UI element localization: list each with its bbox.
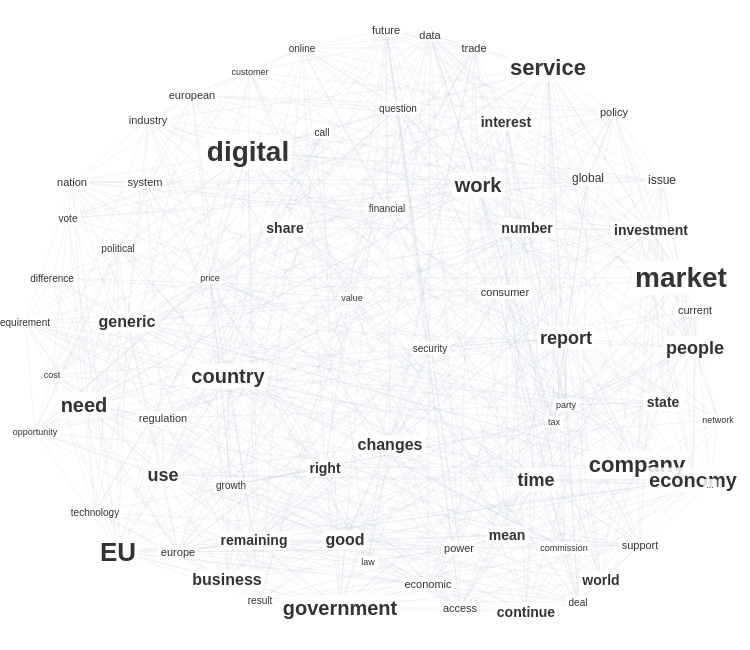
- node-policy[interactable]: policy: [597, 105, 631, 119]
- node-economic[interactable]: economic: [401, 577, 454, 591]
- node-time[interactable]: time: [514, 469, 557, 492]
- node-...[interactable]: ...: [703, 479, 717, 491]
- node-online[interactable]: online: [286, 42, 319, 55]
- node-question[interactable]: question: [376, 102, 420, 115]
- node-continue[interactable]: continue: [494, 603, 558, 621]
- node-europe[interactable]: europe: [158, 545, 198, 559]
- node-government[interactable]: government: [280, 596, 400, 621]
- node-european[interactable]: european: [166, 88, 219, 102]
- node-use[interactable]: use: [144, 464, 181, 487]
- node-right[interactable]: right: [306, 459, 343, 477]
- node-work[interactable]: work: [452, 173, 505, 198]
- node-customer[interactable]: customer: [228, 66, 271, 78]
- node-price[interactable]: price: [197, 272, 223, 284]
- node-tax[interactable]: tax: [545, 416, 563, 428]
- node-deal[interactable]: deal: [566, 596, 591, 609]
- node-state[interactable]: state: [644, 393, 683, 411]
- node-changes[interactable]: changes: [355, 435, 426, 455]
- node-regulation[interactable]: regulation: [136, 411, 190, 425]
- network-graph: digitalmarketEUcompanyeconomyservicegove…: [0, 0, 750, 650]
- node-global[interactable]: global: [569, 170, 607, 186]
- node-good[interactable]: good: [322, 530, 367, 550]
- node-business[interactable]: business: [189, 570, 264, 590]
- node-share[interactable]: share: [263, 219, 306, 237]
- node-industry[interactable]: industry: [126, 113, 171, 127]
- node-generic[interactable]: generic: [96, 312, 159, 332]
- node-result[interactable]: result: [245, 594, 275, 607]
- node-consumer[interactable]: consumer: [478, 285, 532, 299]
- node-digital[interactable]: digital: [204, 135, 292, 169]
- node-network[interactable]: network: [699, 414, 737, 426]
- node-EU[interactable]: EU: [97, 536, 139, 569]
- node-commission[interactable]: commission: [537, 542, 591, 554]
- node-equirement[interactable]: equirement: [0, 316, 53, 329]
- node-interest[interactable]: interest: [478, 113, 535, 131]
- node-financial[interactable]: financial: [366, 202, 409, 215]
- node-people[interactable]: people: [663, 337, 727, 360]
- node-investment[interactable]: investment: [611, 221, 691, 239]
- node-support[interactable]: support: [619, 538, 662, 552]
- node-party[interactable]: party: [553, 399, 579, 411]
- node-country[interactable]: country: [188, 364, 267, 389]
- node-technology[interactable]: technology: [68, 506, 122, 519]
- node-vote[interactable]: vote: [56, 212, 81, 225]
- node-difference[interactable]: difference: [27, 272, 77, 285]
- node-system[interactable]: system: [125, 175, 166, 189]
- node-world[interactable]: world: [579, 571, 622, 589]
- node-report[interactable]: report: [537, 327, 595, 350]
- node-law[interactable]: law: [358, 556, 378, 568]
- node-value[interactable]: value: [338, 292, 366, 304]
- node-future[interactable]: future: [369, 23, 403, 37]
- node-service[interactable]: service: [507, 54, 589, 82]
- node-access[interactable]: access: [440, 601, 480, 615]
- node-power[interactable]: power: [441, 541, 477, 555]
- node-mean[interactable]: mean: [486, 526, 529, 544]
- node-remaining[interactable]: remaining: [218, 531, 291, 549]
- node-opportunity[interactable]: opportunity: [10, 426, 61, 438]
- node-cost[interactable]: cost: [41, 369, 64, 381]
- node-political[interactable]: political: [98, 242, 137, 255]
- node-number[interactable]: number: [498, 219, 555, 237]
- node-nation[interactable]: nation: [54, 175, 90, 189]
- node-growth[interactable]: growth: [213, 479, 249, 492]
- node-trade[interactable]: trade: [458, 41, 489, 55]
- node-economy[interactable]: economy: [646, 468, 740, 493]
- node-call[interactable]: call: [311, 126, 332, 139]
- node-data[interactable]: data: [416, 28, 443, 42]
- node-market[interactable]: market: [632, 261, 730, 295]
- node-current[interactable]: current: [675, 303, 715, 317]
- node-need[interactable]: need: [58, 393, 111, 418]
- node-security[interactable]: security: [410, 342, 450, 355]
- node-issue[interactable]: issue: [645, 172, 679, 188]
